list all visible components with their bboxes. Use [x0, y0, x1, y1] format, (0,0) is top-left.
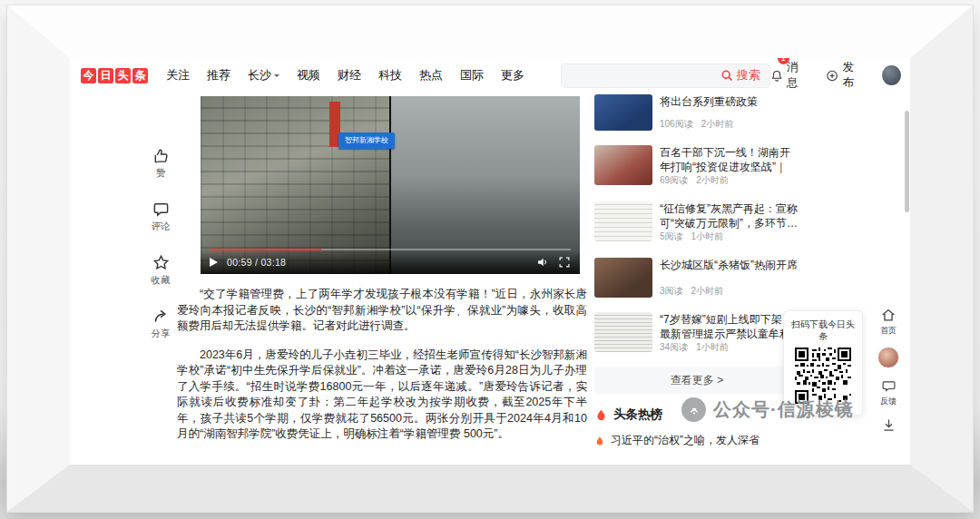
news-title: 百名干部下沉一线！湖南开年打响“投资促进攻坚战”｜秒…	[660, 145, 799, 174]
news-thumbnail	[594, 258, 652, 298]
main-nav: 关注 推荐 长沙 视频 财经 科技 热点 国际 更多	[166, 67, 524, 83]
assistant-avatar[interactable]	[877, 347, 899, 368]
related-news-sidebar: 将出台系列重磅政策 106阅读2小时前 百名干部下沉一线！湖南开年打响“投资促进…	[594, 93, 799, 448]
news-item[interactable]: “7岁替嫁”短剧上线即下架！最新管理提示严禁以童牟利 34阅读1小时前	[594, 305, 799, 361]
nav-recommend[interactable]: 推荐	[207, 67, 230, 83]
nav-more[interactable]: 更多	[501, 67, 524, 83]
news-body: 百名干部下沉一线！湖南开年打响“投资促进攻坚战”｜秒… 69阅读2小时前	[660, 145, 799, 187]
nav-label: 更多	[501, 67, 524, 83]
star-icon	[152, 254, 170, 271]
play-icon[interactable]	[210, 258, 218, 267]
hot-list-item[interactable]: 习近平的“治权”之喻，发人深省	[594, 433, 799, 448]
nav-label: 推荐	[207, 67, 230, 83]
user-avatar[interactable]	[882, 65, 901, 85]
comment-label: 评论	[152, 220, 171, 233]
logo-char: 日	[98, 68, 113, 83]
favorite-button[interactable]: 收藏	[152, 254, 171, 287]
news-thumbnail	[594, 312, 652, 352]
news-item[interactable]: 百名干部下沉一线！湖南开年打响“投资促进攻坚战”｜秒… 69阅读2小时前	[594, 138, 799, 194]
search-bar: 搜索	[561, 64, 770, 88]
publish-label: 发布	[843, 60, 865, 91]
feedback-button[interactable]: 反馈	[880, 378, 897, 407]
home-icon	[880, 307, 897, 323]
share-button[interactable]: 分享	[152, 308, 171, 340]
site-header: 今日头条 关注 推荐 长沙 视频 财经 科技 热点 国际 更多 搜索	[70, 58, 910, 93]
timestamp: 1小时前	[696, 341, 729, 354]
chevron-down-icon	[274, 74, 279, 80]
news-body: “7岁替嫁”短剧上线即下架！最新管理提示严禁以童牟利 34阅读1小时前	[660, 312, 799, 354]
fullscreen-icon[interactable]	[558, 256, 571, 269]
page-content: 赞 评论 收藏 分享	[70, 93, 910, 465]
nav-follow[interactable]: 关注	[166, 67, 190, 83]
read-count: 5阅读	[660, 230, 683, 243]
qr-code	[795, 348, 851, 404]
article-paragraph-2: 2023年6月，唐爱玲的儿子小垚初三毕业，经招生老师宣传得知“长沙智邦新湘学校”…	[177, 348, 587, 443]
qr-caption: 扫码下载今日头条	[791, 318, 855, 342]
thumbs-up-icon	[152, 147, 170, 164]
news-item[interactable]: “征信修复”灰黑产再起：宣称可“突破万元限制”，多环节… 5阅读1小时前	[594, 194, 799, 250]
watermark-logo-icon	[681, 397, 706, 422]
timestamp: 2小时前	[701, 118, 734, 131]
article: 智邦新湘学校 00:59 / 03:18 “交了学籍管理费，	[177, 96, 587, 443]
news-body: 长沙城区版“杀猪饭”热闹开席 3阅读2小时前	[660, 258, 799, 298]
video-time: 00:59 / 03:18	[227, 257, 286, 268]
news-meta: 34阅读1小时前	[660, 341, 799, 354]
news-item[interactable]: 将出台系列重磅政策 106阅读2小时前	[594, 93, 799, 138]
news-thumbnail	[594, 94, 652, 131]
watermark-text: 公众号·信源棱镜	[713, 397, 854, 422]
video-road-sign: 智邦新湘学校	[338, 132, 395, 149]
toutiao-logo[interactable]: 今日头条	[81, 68, 148, 83]
nav-label: 国际	[460, 67, 484, 83]
flame-icon	[594, 408, 608, 422]
volume-icon[interactable]	[536, 256, 549, 269]
action-bar: 赞 评论 收藏 分享	[139, 147, 182, 340]
bell-icon	[770, 69, 783, 83]
flame-icon	[594, 436, 605, 446]
hot-item-title: 习近平的“治权”之喻，发人深省	[611, 433, 760, 448]
view-more-button[interactable]: 查看更多 >	[594, 367, 799, 394]
favorite-label: 收藏	[152, 274, 171, 287]
news-item[interactable]: 长沙城区版“杀猪饭”热闹开席 3阅读2小时前	[594, 250, 799, 305]
publish-button[interactable]: 发布	[826, 60, 864, 91]
nav-label: 长沙	[248, 67, 271, 83]
download-button[interactable]	[881, 417, 897, 433]
video-player[interactable]: 智邦新湘学校 00:59 / 03:18	[201, 96, 580, 274]
news-body: 将出台系列重磅政策 106阅读2小时前	[660, 94, 799, 131]
news-title: 将出台系列重磅政策	[660, 94, 799, 109]
nav-video[interactable]: 视频	[297, 67, 320, 83]
home-button[interactable]: 首页	[880, 307, 897, 337]
read-count: 69阅读	[660, 174, 688, 187]
browser-page: 今日头条 关注 推荐 长沙 视频 财经 科技 热点 国际 更多 搜索	[70, 58, 910, 465]
news-title: “7岁替嫁”短剧上线即下架！最新管理提示严禁以童牟利	[660, 312, 799, 341]
hot-list-title: 头条热榜	[613, 406, 662, 423]
search-input[interactable]	[562, 69, 711, 82]
comment-icon	[152, 201, 170, 218]
share-label: 分享	[152, 328, 171, 340]
header-right: 1 消息 发布	[770, 60, 901, 91]
news-meta: 5阅读1小时前	[660, 230, 799, 243]
messages-label: 消息	[787, 60, 808, 91]
news-meta: 69阅读2小时前	[660, 174, 799, 187]
edge-toolbar: 首页 反馈	[872, 307, 905, 433]
nav-changsha[interactable]: 长沙	[248, 67, 279, 83]
search-button[interactable]: 搜索	[711, 64, 769, 87]
scrollbar-thumb[interactable]	[905, 111, 909, 212]
feedback-label: 反馈	[880, 396, 897, 407]
news-title: 长沙城区版“杀猪饭”热闹开席	[660, 258, 799, 272]
messages-button[interactable]: 1 消息	[770, 60, 808, 91]
logo-char: 今	[81, 68, 96, 83]
like-button[interactable]: 赞	[152, 147, 170, 180]
nav-hot[interactable]: 热点	[419, 67, 443, 83]
article-paragraph-1: “交了学籍管理费，上了两年学才发现孩子根本没有学籍！”近日，永州家长唐爱玲向本报…	[177, 287, 587, 335]
nav-finance[interactable]: 财经	[338, 67, 361, 83]
read-count: 3阅读	[660, 285, 683, 298]
timestamp: 2小时前	[696, 174, 729, 187]
nav-world[interactable]: 国际	[460, 67, 484, 83]
search-button-label: 搜索	[737, 67, 760, 83]
nav-tech[interactable]: 科技	[378, 67, 402, 83]
timestamp: 2小时前	[691, 285, 724, 298]
comment-button[interactable]: 评论	[152, 201, 171, 233]
news-thumbnail	[594, 201, 652, 241]
timestamp: 1小时前	[691, 230, 724, 243]
video-scene-wall	[201, 96, 389, 274]
